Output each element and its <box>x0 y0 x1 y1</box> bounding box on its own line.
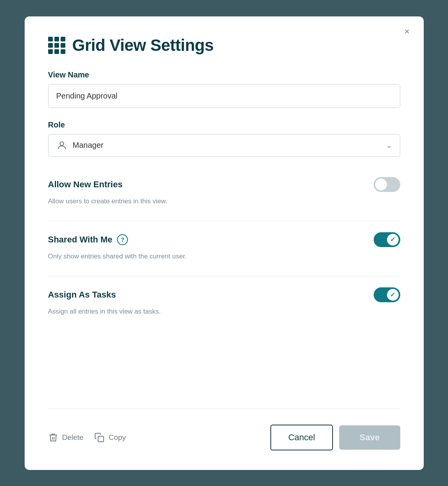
allow-new-entries-track <box>374 177 400 192</box>
assign-as-tasks-label: Assign As Tasks <box>48 290 116 300</box>
assign-as-tasks-header: Assign As Tasks ✓ <box>48 287 400 302</box>
shared-with-me-toggle[interactable]: ✓ <box>374 232 400 247</box>
shared-with-me-label: Shared With Me ? <box>48 234 128 245</box>
allow-new-entries-thumb <box>375 179 387 190</box>
user-icon <box>56 140 67 151</box>
allow-new-entries-row: Allow New Entries Allow users to create … <box>48 169 400 213</box>
svg-point-0 <box>60 142 63 145</box>
modal-header: Grid View Settings <box>48 36 400 55</box>
cancel-button[interactable]: Cancel <box>270 425 333 450</box>
copy-icon <box>94 432 104 443</box>
role-group: Role Manager ⌄ <box>48 120 400 157</box>
copy-button[interactable]: Copy <box>94 432 126 443</box>
chevron-down-icon: ⌄ <box>386 141 392 150</box>
checkmark-icon: ✓ <box>390 236 395 243</box>
role-value: Manager <box>73 141 386 150</box>
close-button[interactable]: × <box>401 26 413 38</box>
role-select[interactable]: Manager ⌄ <box>48 134 400 157</box>
allow-new-entries-label: Allow New Entries <box>48 179 123 190</box>
assign-as-tasks-row: Assign As Tasks ✓ Assign all entries in … <box>48 280 400 323</box>
delete-button[interactable]: Delete <box>48 432 84 443</box>
shared-with-me-header: Shared With Me ? ✓ <box>48 232 400 247</box>
assign-as-tasks-track: ✓ <box>374 287 400 302</box>
svg-rect-1 <box>98 436 104 441</box>
modal-title: Grid View Settings <box>72 36 214 55</box>
allow-new-entries-toggle[interactable] <box>374 177 400 192</box>
view-name-input[interactable] <box>48 84 400 108</box>
role-label: Role <box>48 120 400 129</box>
shared-with-me-description: Only show entries shared with the curren… <box>48 253 400 260</box>
assign-as-tasks-thumb: ✓ <box>387 289 399 301</box>
view-name-label: View Name <box>48 70 400 79</box>
toggles-section: Allow New Entries Allow users to create … <box>48 169 400 331</box>
shared-with-me-track: ✓ <box>374 232 400 247</box>
allow-new-entries-header: Allow New Entries <box>48 177 400 192</box>
footer-left: Delete Copy <box>48 432 126 443</box>
footer-right: Cancel Save <box>270 425 400 450</box>
checkmark-icon-2: ✓ <box>390 291 395 298</box>
shared-with-me-thumb: ✓ <box>387 234 399 246</box>
grid-view-icon <box>48 37 65 54</box>
save-button[interactable]: Save <box>339 425 400 450</box>
modal-footer: Delete Copy Cancel Save <box>48 409 400 450</box>
trash-icon <box>48 432 58 443</box>
divider-1 <box>48 221 400 221</box>
modal-overlay: × Grid View Settings View Name Role <box>0 0 448 486</box>
shared-with-me-row: Shared With Me ? ✓ Only show entries sha… <box>48 224 400 268</box>
assign-as-tasks-toggle[interactable]: ✓ <box>374 287 400 302</box>
view-name-group: View Name <box>48 70 400 108</box>
modal-dialog: × Grid View Settings View Name Role <box>25 16 424 470</box>
shared-with-me-help-icon[interactable]: ? <box>117 234 128 245</box>
allow-new-entries-description: Allow users to create entries in this vi… <box>48 197 400 205</box>
divider-2 <box>48 276 400 276</box>
assign-as-tasks-description: Assign all entries in this view as tasks… <box>48 308 400 316</box>
